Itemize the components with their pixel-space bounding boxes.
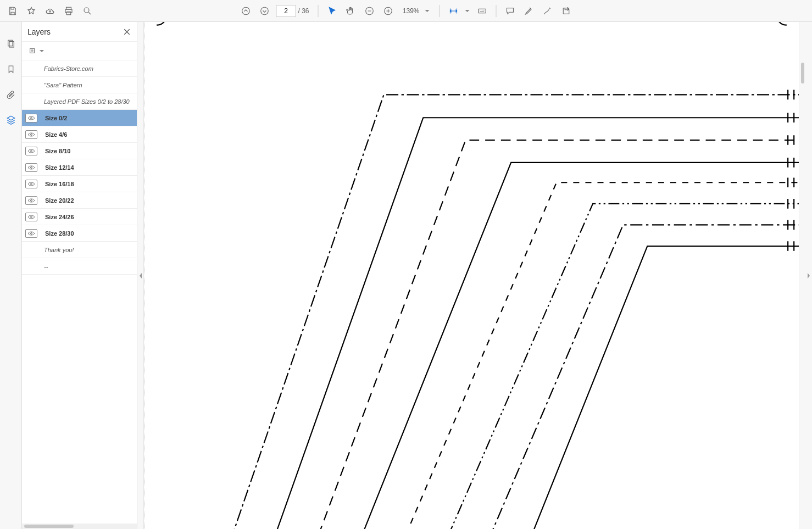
visibility-toggle[interactable] [25,229,37,238]
page-number-input[interactable] [276,5,296,17]
zoom-value-label: 139% [400,7,422,15]
expand-right-panel-button[interactable] [805,22,812,529]
svg-rect-8 [479,9,486,13]
page-up-button[interactable] [236,2,255,20]
star-button[interactable] [22,2,41,20]
left-tabstrip [0,22,22,529]
layer-info-row[interactable]: -- [22,258,137,275]
svg-point-3 [84,8,89,13]
print-button[interactable] [59,2,78,20]
layer-size-row[interactable]: Size 20/22 [22,192,137,209]
svg-point-15 [31,166,32,168]
svg-point-5 [261,7,269,15]
svg-point-17 [31,199,32,201]
layer-label: Size 20/22 [45,197,74,204]
toolbar-separator [440,5,440,17]
attachments-tab[interactable] [3,87,19,102]
viewer-vertical-scrollbar[interactable] [799,22,805,529]
layer-info-row[interactable]: Layered PDF Sizes 0/2 to 28/30 [22,93,137,110]
layer-label: Size 28/30 [45,230,74,237]
panel-title: Layers [27,27,51,36]
layer-list: Fabrics-Store.com "Sara" Pattern Layered… [22,60,137,524]
page-down-button[interactable] [255,2,274,20]
thumbnails-tab[interactable] [3,36,19,52]
visibility-toggle[interactable] [25,163,37,172]
layer-size-row[interactable]: Size 24/26 [22,209,137,225]
keyboard-button[interactable] [473,2,492,20]
layer-info-row[interactable]: "Sara" Pattern [22,77,137,93]
svg-point-12 [31,117,32,119]
svg-rect-2 [66,12,71,14]
page-total-label: / 36 [298,7,309,15]
draw-button[interactable] [538,2,557,20]
document-viewer[interactable] [144,22,799,529]
scrollbar-thumb[interactable] [801,63,804,83]
save-button[interactable] [3,2,22,20]
find-button[interactable] [78,2,97,20]
bookmarks-tab[interactable] [3,62,19,77]
layer-size-row[interactable]: Size 28/30 [22,225,137,242]
visibility-toggle[interactable] [25,130,37,139]
visibility-toggle[interactable] [25,114,37,122]
toolbar-separator [318,5,319,17]
layer-label: Size 16/18 [45,181,74,187]
layers-panel: Layers Fabrics-Store.com "Sara" Pattern … [22,22,137,529]
fit-width-button[interactable] [444,2,463,20]
layers-options-button[interactable] [26,46,49,57]
zoom-in-button[interactable] [379,2,398,20]
zoom-dropdown[interactable]: 139% [400,7,433,15]
layer-info-row[interactable]: Thank you! [22,242,137,258]
layer-size-row[interactable]: Size 8/10 [22,143,137,159]
pan-tool[interactable] [342,2,360,20]
erase-button[interactable] [557,2,576,20]
zoom-out-button[interactable] [360,2,379,20]
svg-rect-9 [8,40,12,46]
select-tool[interactable] [323,2,342,20]
layer-size-row[interactable]: Size 0/2 [22,110,137,126]
visibility-toggle[interactable] [25,180,37,188]
svg-point-18 [31,216,32,218]
layer-info-row[interactable]: Fabrics-Store.com [22,60,137,77]
chevron-down-icon [425,10,430,12]
svg-point-19 [31,232,32,234]
layer-label: Size 0/2 [45,115,67,121]
chevron-down-icon [40,50,44,52]
close-panel-button[interactable] [123,27,131,36]
visibility-toggle[interactable] [25,196,37,205]
pattern-drawing [144,22,799,529]
svg-point-14 [31,150,32,152]
visibility-toggle[interactable] [25,147,37,155]
svg-point-13 [31,133,32,135]
visibility-toggle[interactable] [25,213,37,221]
layer-label: Size 24/26 [45,214,74,220]
highlight-button[interactable] [520,2,538,20]
svg-point-4 [242,7,250,15]
svg-rect-10 [9,42,14,48]
layer-size-row[interactable]: Size 16/18 [22,176,137,192]
cloud-upload-button[interactable] [41,2,59,20]
svg-rect-11 [30,48,35,53]
layer-label: Size 12/14 [45,164,74,171]
comment-button[interactable] [501,2,520,20]
svg-point-16 [31,183,32,185]
collapse-sidepanel-button[interactable] [137,22,144,529]
chevron-down-icon [465,10,470,12]
toolbar-separator [496,5,497,17]
panel-horizontal-scrollbar[interactable] [22,524,137,529]
layer-size-row[interactable]: Size 4/6 [22,126,137,143]
layers-tab[interactable] [3,112,19,127]
layer-label: Size 4/6 [45,131,67,138]
scrollbar-thumb[interactable] [24,525,74,528]
layer-label: Size 8/10 [45,148,70,154]
layer-size-row[interactable]: Size 12/14 [22,159,137,176]
top-toolbar: / 36 139% [0,0,812,22]
